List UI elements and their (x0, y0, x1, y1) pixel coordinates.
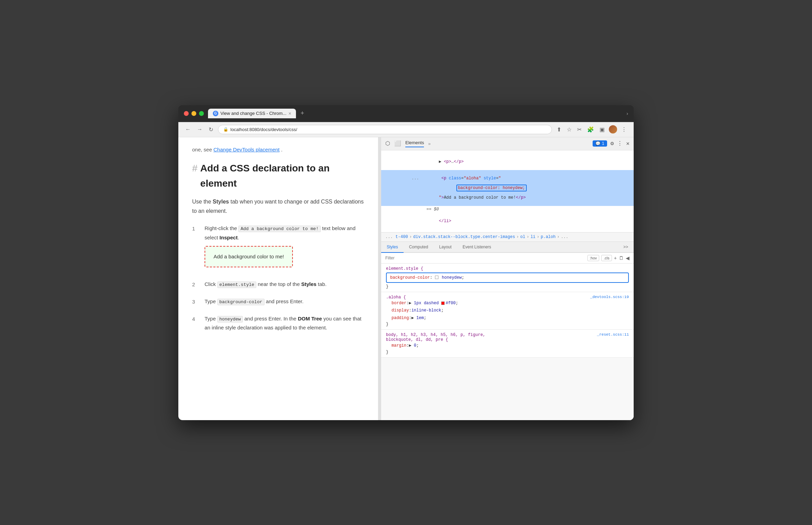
step-2: 2 Click element.style near the top of th… (192, 280, 364, 289)
url-bar[interactable]: 🔒 localhost:8080/docs/devtools/css/ (218, 125, 552, 134)
filter-input[interactable] (385, 256, 585, 260)
tab-styles[interactable]: Styles (381, 242, 404, 253)
refresh-button[interactable]: ↻ (207, 125, 215, 134)
more-icon[interactable]: ⋮ (620, 125, 628, 134)
console-count: 1 (602, 141, 604, 146)
devtools-close-icon[interactable]: ✕ (626, 140, 630, 147)
tab-favicon: G (213, 111, 218, 116)
reset-rule: _reset.scss:11 body, h1, h2, h3, h4, h5,… (381, 330, 634, 358)
dom-li-close: </li> (381, 213, 634, 229)
step-number-3: 3 (192, 297, 199, 306)
aloha-source[interactable]: _devtools.scss:19 (590, 295, 629, 299)
bc-p-aloha[interactable]: p.aloh (541, 235, 556, 239)
step-4: 4 Type honeydew and press Enter. In the … (192, 314, 364, 332)
steps-list: 1 Right-click the Add a background color… (192, 224, 364, 332)
dom-line-p: ▶ <p>…</p> (381, 153, 634, 170)
step1-code: Add a background color to me! (238, 226, 320, 232)
step-number-4: 4 (192, 314, 199, 332)
title-bar: G View and change CSS - Chrom... × + › (178, 105, 634, 122)
settings-icon[interactable]: ⚙ (611, 140, 614, 147)
elements-tab[interactable]: Elements (405, 140, 424, 147)
tab-bar: G View and change CSS - Chrom... × + (208, 109, 622, 118)
traffic-lights (184, 111, 204, 116)
color-swatch-red[interactable] (441, 301, 445, 305)
highlighted-background-color-rule[interactable]: background-color: honeydew; (386, 273, 629, 283)
cls-button[interactable]: .cls (601, 255, 612, 261)
dom-equals-line: == $0 (381, 206, 634, 213)
dom-tree: ▶ <p>…</p> ... <p class="aloha" style=" … (381, 150, 634, 232)
filter-bar: :hov .cls + 🗒 ◀ (381, 253, 634, 264)
devtools-toolbar: ⬡ ⬜ Elements » 💬 1 ⚙ ⋮ ✕ (381, 137, 634, 150)
margin-property: margin: ▶ 0; (386, 342, 629, 350)
aloha-close: } (386, 322, 629, 327)
element-style-close: } (386, 284, 629, 289)
breadcrumb-bar: ... t-400 › div.stack.stack--block.type.… (381, 232, 634, 242)
change-placement-link[interactable]: Change DevTools placement (214, 147, 280, 152)
avatar[interactable] (609, 125, 617, 133)
filter-actions: :hov .cls + 🗒 ◀ (587, 255, 630, 261)
more-panels-icon[interactable]: » (428, 141, 430, 146)
devtools-tabs: Styles Computed Layout Event Listeners >… (381, 242, 634, 253)
more-vert-icon[interactable]: ⋮ (617, 140, 623, 147)
bc-li[interactable]: li (531, 235, 535, 239)
color-swatch-honeydew[interactable] (435, 276, 438, 279)
forward-button[interactable]: → (196, 125, 204, 134)
element-style-selector: element.style { (386, 266, 629, 271)
bookmark-icon[interactable]: ☆ (565, 125, 573, 134)
step3-code: background-color (217, 299, 265, 305)
step-1: 1 Right-click the Add a background color… (192, 224, 364, 271)
step-number-1: 1 (192, 224, 199, 271)
devtools-panel: ⬡ ⬜ Elements » 💬 1 ⚙ ⋮ ✕ ▶ <p (381, 137, 634, 420)
cut-icon[interactable]: ✂ (576, 125, 583, 134)
add-style-icon[interactable]: + (614, 255, 617, 261)
heading-text: Add a CSS declaration to an element (200, 161, 364, 192)
tab-event-listeners[interactable]: Event Listeners (457, 242, 497, 253)
page-content: one, see Change DevTools placement . # A… (178, 137, 378, 420)
step2-code: element.style (217, 281, 256, 288)
tab-layout[interactable]: Layout (434, 242, 457, 253)
active-tab[interactable]: G View and change CSS - Chrom... × (208, 109, 296, 118)
device-icon[interactable]: ⬜ (394, 140, 401, 147)
step-content-2: Click element.style near the top of the … (205, 280, 327, 289)
dt-toolbar-right: 💬 1 ⚙ ⋮ ✕ (593, 140, 630, 147)
aloha-selector-line: _devtools.scss:19 .aloha { (386, 295, 629, 300)
reset-selector-line: _reset.scss:11 body, h1, h2, h3, h4, h5,… (386, 333, 629, 342)
new-tab-button[interactable]: + (297, 109, 307, 118)
share-icon[interactable]: ⬆ (555, 125, 563, 134)
tab-computed[interactable]: Computed (404, 242, 434, 253)
bc-ol[interactable]: ol (520, 235, 525, 239)
content-area: one, see Change DevTools placement . # A… (178, 137, 634, 420)
tab-more[interactable]: >> (618, 242, 634, 253)
new-rule-icon[interactable]: 🗒 (619, 255, 624, 261)
bc-more: ... (561, 235, 568, 239)
display-property: display: inline-block; (386, 307, 629, 315)
intro-text: one, see Change DevTools placement . (192, 146, 364, 154)
border-property: border: ▶ 1px dashed #f00; (386, 300, 629, 307)
demo-element[interactable]: Add a background color to me! (205, 246, 293, 267)
padding-property: padding: ▶ 1em; (386, 315, 629, 322)
extensions-icon[interactable]: 🧩 (586, 125, 595, 134)
element-style-rule: element.style { background-color: honeyd… (381, 264, 634, 292)
hov-button[interactable]: :hov (587, 255, 600, 261)
bc-t400[interactable]: t-400 (396, 235, 408, 239)
address-bar: ← → ↻ 🔒 localhost:8080/docs/devtools/css… (178, 122, 634, 137)
bc-div-stack[interactable]: div.stack.stack--block.type.center-image… (413, 235, 515, 239)
url-text: localhost:8080/docs/devtools/css/ (230, 127, 297, 132)
maximize-button[interactable] (199, 111, 204, 116)
browser-window: G View and change CSS - Chrom... × + › ←… (178, 105, 634, 420)
reset-source[interactable]: _reset.scss:11 (597, 333, 629, 337)
dom-line-selected[interactable]: ... <p class="aloha" style=" background-… (381, 170, 634, 206)
back-button[interactable]: ← (184, 125, 192, 134)
inspector-icon[interactable]: ◀ (626, 255, 630, 261)
reset-close: } (386, 350, 629, 355)
inspect-icon[interactable]: ⬡ (385, 140, 390, 147)
console-badge[interactable]: 💬 1 (593, 140, 607, 147)
close-button[interactable] (184, 111, 189, 116)
minimize-button[interactable] (191, 111, 196, 116)
tab-overflow-icon[interactable]: › (626, 111, 628, 116)
layout-icon[interactable]: ▣ (598, 125, 606, 134)
tab-close-button[interactable]: × (288, 111, 291, 116)
step-content-1: Right-click the Add a background color t… (205, 224, 364, 271)
step-3: 3 Type background-color and press Enter. (192, 297, 364, 306)
panel-divider[interactable] (378, 137, 381, 420)
